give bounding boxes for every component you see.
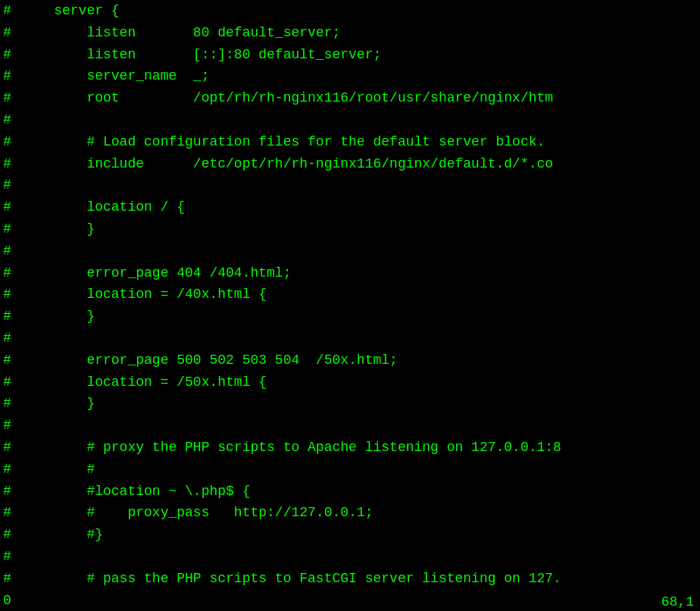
line-content: root /opt/rh/rh-nginx116/root/usr/share/… bbox=[21, 87, 553, 109]
code-line: # } bbox=[0, 218, 700, 240]
code-line: # error_page 500 502 503 504 /50x.html; bbox=[0, 349, 700, 371]
line-content: include /etc/opt/rh/rh-nginx116/nginx/de… bbox=[21, 153, 553, 175]
line-content: # proxy_pass http://127.0.0.1; bbox=[21, 502, 373, 524]
line-gutter: # bbox=[3, 153, 18, 175]
line-content: error_page 404 /404.html; bbox=[21, 262, 291, 284]
code-line: # bbox=[0, 546, 700, 568]
code-line: # listen [::]:80 default_server; bbox=[0, 44, 700, 66]
line-gutter: # bbox=[3, 22, 18, 44]
line-gutter: # bbox=[3, 546, 18, 568]
code-line: 0 bbox=[0, 590, 700, 611]
line-gutter: # bbox=[3, 174, 18, 196]
line-gutter: # bbox=[3, 65, 18, 87]
code-line: # # proxy the PHP scripts to Apache list… bbox=[0, 437, 700, 459]
line-gutter: 0 bbox=[3, 590, 18, 611]
code-line: # bbox=[0, 415, 700, 437]
line-gutter: # bbox=[3, 568, 18, 590]
line-gutter: # bbox=[3, 109, 18, 131]
status-bar: 68,1 bbox=[655, 593, 700, 611]
line-content: location = /40x.html { bbox=[21, 284, 267, 306]
line-gutter: # bbox=[3, 371, 18, 393]
line-content: } bbox=[21, 393, 95, 415]
line-gutter: # bbox=[3, 240, 18, 262]
line-gutter: # bbox=[3, 284, 18, 306]
code-line: # # bbox=[0, 459, 700, 481]
line-gutter: # bbox=[3, 306, 18, 327]
line-gutter: # bbox=[3, 131, 18, 153]
code-line: # root /opt/rh/rh-nginx116/root/usr/shar… bbox=[0, 87, 700, 109]
code-line: # location = /40x.html { bbox=[0, 284, 700, 306]
editor-container: # server {# listen 80 default_server;# l… bbox=[0, 0, 700, 611]
code-line: # #} bbox=[0, 524, 700, 546]
code-line: # bbox=[0, 109, 700, 131]
code-line: # server_name _; bbox=[0, 65, 700, 87]
line-gutter: # bbox=[3, 481, 18, 503]
code-line: # # proxy_pass http://127.0.0.1; bbox=[0, 502, 700, 524]
line-content: server_name _; bbox=[21, 65, 209, 87]
line-gutter: # bbox=[3, 262, 18, 284]
code-line: # } bbox=[0, 306, 700, 327]
line-content: location / { bbox=[21, 196, 185, 218]
line-gutter: # bbox=[3, 415, 18, 437]
line-gutter: # bbox=[3, 0, 18, 22]
line-content: #} bbox=[21, 524, 103, 546]
line-gutter: # bbox=[3, 327, 18, 349]
line-gutter: # bbox=[3, 393, 18, 415]
code-line: # location = /50x.html { bbox=[0, 371, 700, 393]
line-content: location = /50x.html { bbox=[21, 371, 267, 393]
line-gutter: # bbox=[3, 349, 18, 371]
code-line: # } bbox=[0, 393, 700, 415]
code-line: # location / { bbox=[0, 196, 700, 218]
line-content: } bbox=[21, 306, 95, 327]
code-line: # bbox=[0, 174, 700, 196]
code-line: # bbox=[0, 240, 700, 262]
line-gutter: # bbox=[3, 524, 18, 546]
code-line: # error_page 404 /404.html; bbox=[0, 262, 700, 284]
code-line: # listen 80 default_server; bbox=[0, 22, 700, 44]
line-content: # proxy the PHP scripts to Apache listen… bbox=[21, 437, 561, 459]
line-content: } bbox=[21, 218, 95, 240]
code-line: # # Load configuration files for the def… bbox=[0, 131, 700, 153]
line-gutter: # bbox=[3, 196, 18, 218]
line-content: listen 80 default_server; bbox=[21, 22, 340, 44]
code-line: # include /etc/opt/rh/rh-nginx116/nginx/… bbox=[0, 153, 700, 175]
code-line: # server { bbox=[0, 0, 700, 22]
code-line: # bbox=[0, 327, 700, 349]
line-content: # pass the PHP scripts to FastCGI server… bbox=[21, 568, 561, 590]
line-gutter: # bbox=[3, 459, 18, 481]
code-line: # # pass the PHP scripts to FastCGI serv… bbox=[0, 568, 700, 590]
line-content: error_page 500 502 503 504 /50x.html; bbox=[21, 349, 398, 371]
line-gutter: # bbox=[3, 87, 18, 109]
line-content: # bbox=[21, 459, 95, 481]
line-gutter: # bbox=[3, 218, 18, 240]
line-gutter: # bbox=[3, 44, 18, 66]
code-line: # #location ~ \.php$ { bbox=[0, 481, 700, 503]
code-area: # server {# listen 80 default_server;# l… bbox=[0, 0, 700, 611]
line-gutter: # bbox=[3, 502, 18, 524]
line-content: server { bbox=[21, 0, 120, 22]
line-content: # Load configuration files for the defau… bbox=[21, 131, 545, 153]
line-content: listen [::]:80 default_server; bbox=[21, 44, 381, 66]
line-gutter: # bbox=[3, 437, 18, 459]
line-content: #location ~ \.php$ { bbox=[21, 481, 250, 503]
